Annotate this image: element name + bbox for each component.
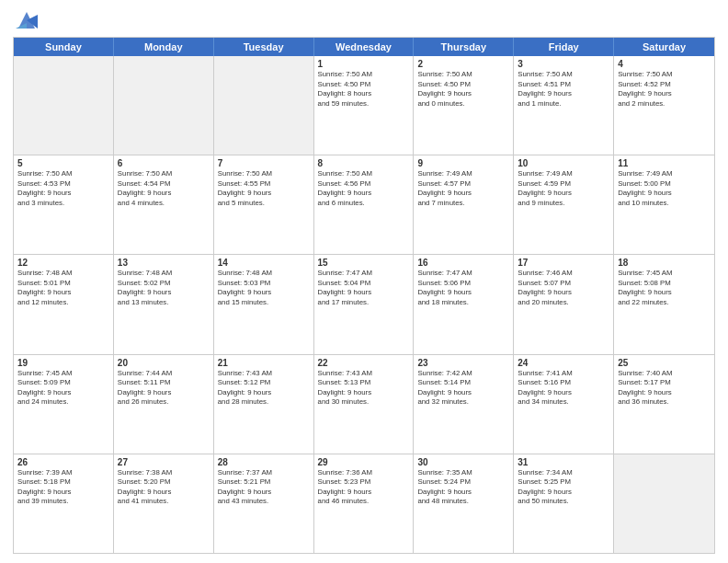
day-number: 20 bbox=[118, 358, 210, 368]
day-number: 30 bbox=[417, 457, 509, 467]
logo bbox=[13, 9, 44, 31]
cell-info: Sunrise: 7:44 AM Sunset: 5:11 PM Dayligh… bbox=[118, 369, 210, 408]
calendar-cell: 13Sunrise: 7:48 AM Sunset: 5:02 PM Dayli… bbox=[114, 255, 214, 353]
day-number: 3 bbox=[518, 59, 609, 69]
weekday-header: Wednesday bbox=[314, 38, 415, 56]
day-number: 1 bbox=[318, 59, 410, 69]
calendar-cell: 11Sunrise: 7:49 AM Sunset: 5:00 PM Dayli… bbox=[614, 155, 714, 254]
weekday-header: Monday bbox=[114, 38, 214, 56]
cell-info: Sunrise: 7:49 AM Sunset: 5:00 PM Dayligh… bbox=[618, 169, 711, 208]
calendar-week: 1Sunrise: 7:50 AM Sunset: 4:50 PM Daylig… bbox=[14, 56, 714, 155]
day-number: 8 bbox=[318, 158, 410, 168]
cell-info: Sunrise: 7:49 AM Sunset: 4:57 PM Dayligh… bbox=[417, 169, 509, 208]
day-number: 18 bbox=[618, 258, 711, 268]
calendar-cell: 5Sunrise: 7:50 AM Sunset: 4:53 PM Daylig… bbox=[14, 155, 114, 254]
weekday-header: Tuesday bbox=[214, 38, 314, 56]
day-number: 27 bbox=[118, 457, 210, 467]
calendar-cell: 9Sunrise: 7:49 AM Sunset: 4:57 PM Daylig… bbox=[414, 155, 514, 254]
calendar-cell: 28Sunrise: 7:37 AM Sunset: 5:21 PM Dayli… bbox=[214, 454, 314, 553]
calendar-body: 1Sunrise: 7:50 AM Sunset: 4:50 PM Daylig… bbox=[14, 56, 714, 553]
calendar-cell: 8Sunrise: 7:50 AM Sunset: 4:56 PM Daylig… bbox=[314, 155, 415, 254]
calendar-cell: 15Sunrise: 7:47 AM Sunset: 5:04 PM Dayli… bbox=[314, 255, 415, 353]
day-number: 10 bbox=[518, 158, 609, 168]
calendar-cell bbox=[214, 56, 314, 155]
calendar-cell: 7Sunrise: 7:50 AM Sunset: 4:55 PM Daylig… bbox=[214, 155, 314, 254]
cell-info: Sunrise: 7:50 AM Sunset: 4:50 PM Dayligh… bbox=[318, 70, 410, 109]
weekday-header: Sunday bbox=[14, 38, 114, 56]
day-number: 7 bbox=[218, 158, 310, 168]
day-number: 6 bbox=[118, 158, 210, 168]
day-number: 9 bbox=[417, 158, 509, 168]
calendar-cell: 26Sunrise: 7:39 AM Sunset: 5:18 PM Dayli… bbox=[14, 454, 114, 553]
calendar-cell: 24Sunrise: 7:41 AM Sunset: 5:16 PM Dayli… bbox=[514, 355, 614, 454]
header bbox=[13, 9, 715, 31]
cell-info: Sunrise: 7:45 AM Sunset: 5:09 PM Dayligh… bbox=[17, 369, 109, 408]
day-number: 2 bbox=[417, 59, 509, 69]
calendar-cell: 30Sunrise: 7:35 AM Sunset: 5:24 PM Dayli… bbox=[414, 454, 514, 553]
day-number: 17 bbox=[518, 258, 609, 268]
calendar-cell: 21Sunrise: 7:43 AM Sunset: 5:12 PM Dayli… bbox=[214, 355, 314, 454]
calendar-cell: 19Sunrise: 7:45 AM Sunset: 5:09 PM Dayli… bbox=[14, 355, 114, 454]
cell-info: Sunrise: 7:40 AM Sunset: 5:17 PM Dayligh… bbox=[618, 369, 711, 408]
cell-info: Sunrise: 7:50 AM Sunset: 4:54 PM Dayligh… bbox=[118, 169, 210, 208]
calendar-week: 19Sunrise: 7:45 AM Sunset: 5:09 PM Dayli… bbox=[14, 355, 714, 454]
calendar-cell: 27Sunrise: 7:38 AM Sunset: 5:20 PM Dayli… bbox=[114, 454, 214, 553]
logo-icon bbox=[13, 9, 40, 31]
calendar-cell: 18Sunrise: 7:45 AM Sunset: 5:08 PM Dayli… bbox=[614, 255, 714, 353]
day-number: 28 bbox=[218, 457, 310, 467]
day-number: 19 bbox=[17, 358, 109, 368]
weekday-header: Thursday bbox=[414, 38, 514, 56]
calendar-cell: 17Sunrise: 7:46 AM Sunset: 5:07 PM Dayli… bbox=[514, 255, 614, 353]
cell-info: Sunrise: 7:48 AM Sunset: 5:03 PM Dayligh… bbox=[218, 269, 310, 307]
cell-info: Sunrise: 7:34 AM Sunset: 5:25 PM Dayligh… bbox=[518, 468, 609, 507]
day-number: 25 bbox=[618, 358, 711, 368]
cell-info: Sunrise: 7:42 AM Sunset: 5:14 PM Dayligh… bbox=[417, 369, 509, 408]
weekday-header: Saturday bbox=[614, 38, 714, 56]
day-number: 29 bbox=[318, 457, 410, 467]
calendar-cell bbox=[614, 454, 714, 553]
cell-info: Sunrise: 7:47 AM Sunset: 5:06 PM Dayligh… bbox=[417, 269, 509, 307]
day-number: 26 bbox=[17, 457, 109, 467]
cell-info: Sunrise: 7:39 AM Sunset: 5:18 PM Dayligh… bbox=[17, 468, 109, 507]
calendar-cell: 4Sunrise: 7:50 AM Sunset: 4:52 PM Daylig… bbox=[614, 56, 714, 155]
cell-info: Sunrise: 7:49 AM Sunset: 4:59 PM Dayligh… bbox=[518, 169, 609, 208]
calendar-cell: 16Sunrise: 7:47 AM Sunset: 5:06 PM Dayli… bbox=[414, 255, 514, 353]
cell-info: Sunrise: 7:50 AM Sunset: 4:53 PM Dayligh… bbox=[17, 169, 109, 208]
day-number: 31 bbox=[518, 457, 609, 467]
cell-info: Sunrise: 7:45 AM Sunset: 5:08 PM Dayligh… bbox=[618, 269, 711, 307]
calendar-cell: 14Sunrise: 7:48 AM Sunset: 5:03 PM Dayli… bbox=[214, 255, 314, 353]
calendar-cell: 3Sunrise: 7:50 AM Sunset: 4:51 PM Daylig… bbox=[514, 56, 614, 155]
day-number: 16 bbox=[417, 258, 509, 268]
cell-info: Sunrise: 7:50 AM Sunset: 4:56 PM Dayligh… bbox=[318, 169, 410, 208]
cell-info: Sunrise: 7:50 AM Sunset: 4:52 PM Dayligh… bbox=[618, 70, 711, 109]
cell-info: Sunrise: 7:50 AM Sunset: 4:51 PM Dayligh… bbox=[518, 70, 609, 109]
calendar-cell: 23Sunrise: 7:42 AM Sunset: 5:14 PM Dayli… bbox=[414, 355, 514, 454]
page: SundayMondayTuesdayWednesdayThursdayFrid… bbox=[0, 0, 728, 563]
day-number: 23 bbox=[417, 358, 509, 368]
day-number: 24 bbox=[518, 358, 609, 368]
cell-info: Sunrise: 7:50 AM Sunset: 4:50 PM Dayligh… bbox=[417, 70, 509, 109]
day-number: 21 bbox=[218, 358, 310, 368]
cell-info: Sunrise: 7:47 AM Sunset: 5:04 PM Dayligh… bbox=[318, 269, 410, 307]
cell-info: Sunrise: 7:35 AM Sunset: 5:24 PM Dayligh… bbox=[417, 468, 509, 507]
cell-info: Sunrise: 7:48 AM Sunset: 5:02 PM Dayligh… bbox=[118, 269, 210, 307]
calendar-week: 12Sunrise: 7:48 AM Sunset: 5:01 PM Dayli… bbox=[14, 255, 714, 354]
calendar-week: 5Sunrise: 7:50 AM Sunset: 4:53 PM Daylig… bbox=[14, 155, 714, 255]
cell-info: Sunrise: 7:41 AM Sunset: 5:16 PM Dayligh… bbox=[518, 369, 609, 408]
calendar-cell: 2Sunrise: 7:50 AM Sunset: 4:50 PM Daylig… bbox=[414, 56, 514, 155]
day-number: 5 bbox=[17, 158, 109, 168]
day-number: 14 bbox=[218, 258, 310, 268]
day-number: 15 bbox=[318, 258, 410, 268]
calendar-cell: 20Sunrise: 7:44 AM Sunset: 5:11 PM Dayli… bbox=[114, 355, 214, 454]
calendar: SundayMondayTuesdayWednesdayThursdayFrid… bbox=[13, 37, 715, 554]
day-number: 11 bbox=[618, 158, 711, 168]
cell-info: Sunrise: 7:48 AM Sunset: 5:01 PM Dayligh… bbox=[17, 269, 109, 307]
calendar-cell: 1Sunrise: 7:50 AM Sunset: 4:50 PM Daylig… bbox=[314, 56, 415, 155]
cell-info: Sunrise: 7:50 AM Sunset: 4:55 PM Dayligh… bbox=[218, 169, 310, 208]
calendar-header: SundayMondayTuesdayWednesdayThursdayFrid… bbox=[14, 38, 714, 56]
calendar-cell: 12Sunrise: 7:48 AM Sunset: 5:01 PM Dayli… bbox=[14, 255, 114, 353]
calendar-cell: 29Sunrise: 7:36 AM Sunset: 5:23 PM Dayli… bbox=[314, 454, 415, 553]
calendar-cell bbox=[114, 56, 214, 155]
calendar-cell: 6Sunrise: 7:50 AM Sunset: 4:54 PM Daylig… bbox=[114, 155, 214, 254]
day-number: 22 bbox=[318, 358, 410, 368]
